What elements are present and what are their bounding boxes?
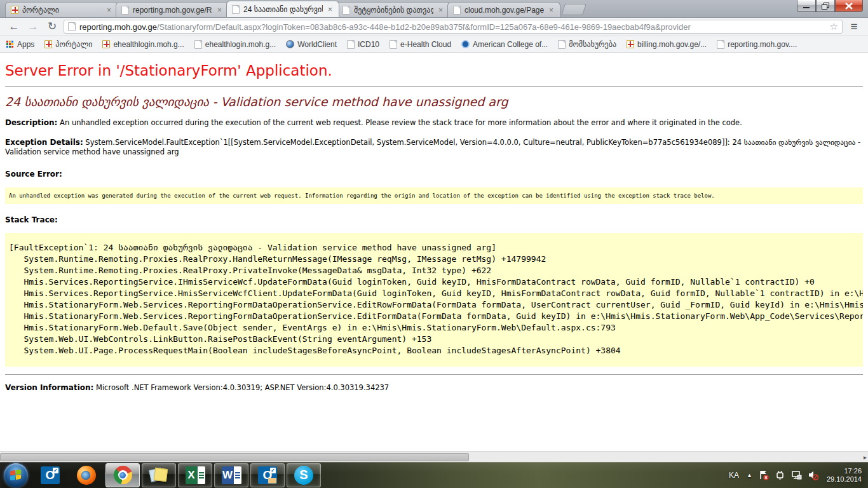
bookmark-label: American College of... — [473, 40, 548, 49]
bookmark-label: ICD10 — [358, 40, 379, 49]
taskbar-excel-button[interactable]: X — [178, 463, 212, 487]
bookmark-label: მომსახურება — [569, 40, 616, 49]
bookmark-worldclient[interactable]: WorldClient — [286, 40, 337, 49]
tab-title: 24 საათიანი დახურვის ვ — [243, 5, 323, 14]
url-text: reporting.moh.gov.ge/Stationaryform/Defa… — [79, 22, 826, 32]
bookmark-ehealthlogin-2[interactable]: ehealthlogin.moh.g... — [194, 40, 276, 49]
close-icon — [845, 3, 853, 10]
windows-start-button[interactable] — [4, 463, 28, 487]
tab-close-icon[interactable]: × — [437, 6, 444, 15]
url-domain: reporting.moh.gov.ge — [79, 22, 157, 32]
page-favicon-icon — [453, 6, 461, 15]
forward-icon[interactable]: → — [25, 20, 41, 34]
tab-close-icon[interactable]: × — [105, 6, 112, 15]
window-controls — [797, 0, 863, 12]
exception-details-label: Exception Details: — [5, 138, 83, 147]
version-label: Version Information: — [5, 383, 93, 392]
chrome-icon — [114, 466, 132, 484]
tab-title: cloud.moh.gov.ge/Pages/ — [465, 6, 544, 15]
bookmark-label: e-Health Cloud — [400, 40, 451, 49]
page-icon — [558, 40, 566, 49]
back-icon[interactable]: ← — [6, 20, 22, 34]
outlook-icon: O ✓ — [41, 466, 60, 484]
taskbar-apps: O ✓ X W — [33, 463, 321, 487]
chrome-menu-icon[interactable]: ≡ — [846, 20, 862, 34]
address-bar[interactable]: reporting.moh.gov.ge/Stationaryform/Defa… — [64, 20, 843, 34]
excel-icon: X — [186, 466, 205, 484]
georgia-coat-icon — [102, 40, 110, 48]
bookmark-label: WorldClient — [297, 40, 337, 49]
bookmark-billing[interactable]: billing.moh.gov.ge/... — [627, 40, 707, 49]
page-favicon-icon — [121, 6, 129, 15]
restore-button[interactable] — [816, 0, 835, 12]
taskbar-clock[interactable]: 17:26 29.10.2014 — [824, 467, 862, 484]
skype-icon: S — [294, 466, 313, 485]
version-text: Microsoft .NET Framework Version:4.0.303… — [96, 383, 389, 392]
tab-title: პორტალი — [22, 6, 102, 15]
exception-details-line: Exception Details: System.ServiceModel.F… — [5, 138, 863, 157]
taskbar-word-button[interactable]: W — [214, 463, 248, 487]
network-icon[interactable] — [791, 470, 802, 480]
scrollbar-thumb[interactable] — [0, 453, 469, 461]
description-label: Description: — [5, 118, 57, 127]
bookmark-label: reporting.moh.gov.... — [728, 40, 797, 49]
tab-close-icon[interactable]: × — [548, 6, 555, 15]
action-center-flag-icon[interactable] — [758, 470, 769, 480]
tray-date: 29.10.2014 — [827, 475, 862, 484]
globe-icon — [286, 40, 294, 48]
minimize-button[interactable] — [797, 0, 816, 12]
language-indicator[interactable]: KA — [727, 471, 741, 480]
bookmark-icd10[interactable]: ICD10 — [347, 40, 379, 49]
page-favicon-icon — [342, 6, 350, 15]
tab-messages[interactable]: შეტყობინების დათვალი × — [337, 2, 450, 17]
tab-close-icon[interactable]: × — [327, 5, 334, 14]
bookmark-ehealthlogin-1[interactable]: ehealthlogin.moh.g... — [102, 40, 184, 49]
taskbar-firefox-button[interactable] — [69, 463, 104, 487]
firefox-icon — [77, 466, 96, 485]
bookmark-reporting[interactable]: reporting.moh.gov.... — [717, 40, 797, 49]
bookmark-portal[interactable]: პორტალი — [44, 40, 92, 49]
divider — [5, 374, 863, 375]
new-tab-button[interactable] — [561, 4, 587, 15]
error-page-subtitle: 24 საათიანი დახურვის ვალიდაცია - Validat… — [5, 95, 863, 109]
scroll-right-arrow-icon[interactable]: ▸ — [864, 454, 867, 461]
show-hidden-icons-icon[interactable]: ▲ — [747, 472, 752, 478]
minimize-icon — [803, 3, 810, 9]
taskbar-outlook-mail-button[interactable]: O ✓ — [250, 463, 285, 487]
exception-details-text: System.ServiceModel.FaultException`1[[Sy… — [5, 138, 860, 156]
error-page-title: Server Error in '/StationaryForm' Applic… — [5, 62, 863, 79]
tray-time: 17:26 — [827, 467, 862, 475]
taskbar-sticky-notes-button[interactable] — [142, 463, 176, 487]
bookmark-label: ehealthlogin.moh.g... — [113, 40, 184, 49]
tab-reporting[interactable]: reporting.moh.gov.ge/Rep × — [116, 2, 229, 17]
page-icon — [390, 40, 397, 49]
bookmark-american-college[interactable]: American College of... — [461, 40, 548, 49]
source-error-box: An unhandled exception was generated dur… — [5, 187, 863, 204]
bookmark-ehealth-cloud[interactable]: e-Health Cloud — [390, 40, 451, 49]
bookmark-star-icon[interactable]: ☆ — [830, 21, 838, 32]
taskbar-skype-button[interactable]: S — [287, 463, 321, 487]
volume-muted-icon[interactable] — [808, 470, 818, 480]
navigation-toolbar: ← → ↻ reporting.moh.gov.ge/Stationaryfor… — [0, 18, 868, 36]
windows-logo-icon — [10, 469, 21, 480]
tab-portal[interactable]: პორტალი × — [5, 2, 118, 17]
chrome-browser-window: პორტალი × reporting.moh.gov.ge/Rep × 24 … — [0, 0, 868, 462]
badge-icon — [461, 40, 470, 48]
close-button[interactable] — [835, 0, 863, 12]
desktop-screen: პორტალი × reporting.moh.gov.ge/Rep × 24 … — [0, 0, 868, 488]
horizontal-scrollbar[interactable]: ▸ — [0, 451, 868, 462]
restore-icon — [822, 3, 829, 10]
reload-icon[interactable]: ↻ — [44, 20, 60, 34]
power-plug-icon[interactable] — [775, 470, 785, 480]
version-line: Version Information: Microsoft .NET Fram… — [5, 383, 863, 393]
page-icon — [347, 40, 355, 49]
georgia-coat-icon — [44, 40, 52, 48]
tab-close-icon[interactable]: × — [216, 6, 223, 15]
bookmark-services[interactable]: მომსახურება — [558, 40, 616, 49]
tab-cloud[interactable]: cloud.moh.gov.ge/Pages/ × — [447, 2, 560, 17]
taskbar-outlook-button[interactable]: O ✓ — [33, 463, 67, 487]
tab-24h-validation-active[interactable]: 24 საათიანი დახურვის ვ × — [226, 1, 339, 17]
taskbar-chrome-button[interactable] — [105, 463, 140, 487]
tabs-container: პორტალი × reporting.moh.gov.ge/Rep × 24 … — [5, 1, 585, 17]
apps-shortcut[interactable]: Apps — [6, 40, 34, 49]
